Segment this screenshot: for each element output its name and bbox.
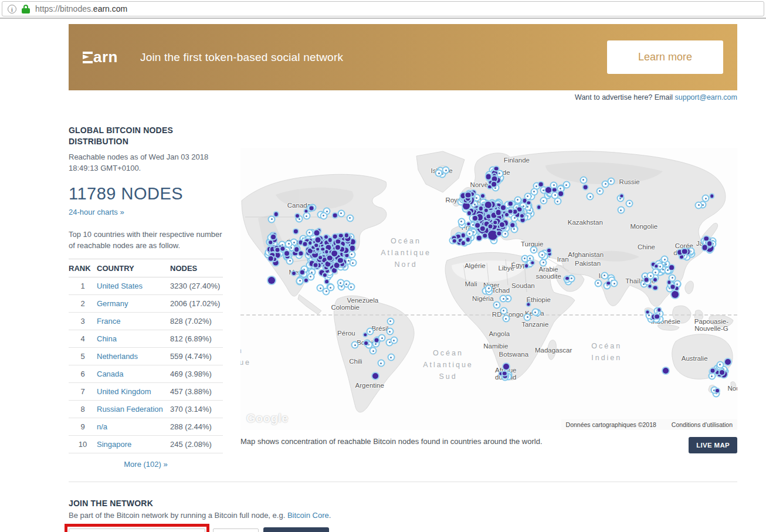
node-dot-purple — [309, 241, 312, 245]
learn-more-button[interactable]: Learn more — [607, 40, 723, 74]
node-dot-blue — [347, 283, 355, 291]
node-dot-purple — [680, 255, 683, 259]
join-network-section: JOIN THE NETWORK Be part of the Bitcoin … — [69, 499, 766, 532]
terms-link[interactable]: Conditions d'utilisation — [672, 421, 733, 428]
map-attribution: Données cartographiques ©2018 Conditions… — [561, 419, 737, 430]
node-dot-blue — [524, 313, 531, 321]
table-intro: Top 10 countries with their respective n… — [69, 229, 223, 252]
node-dot-purple — [704, 236, 709, 241]
nodes-cell: 559 (4.74%) — [170, 348, 223, 365]
node-dot-purple — [350, 239, 355, 245]
url-bar[interactable]: i https://bitnodes.earn.com — [2, 1, 764, 16]
node-dot-blue — [435, 170, 443, 177]
node-dot-blue — [500, 307, 507, 314]
node-dot-blue — [386, 328, 394, 336]
country-link[interactable]: Canada — [97, 370, 124, 378]
node-dot-blue — [306, 229, 313, 236]
node-dot-purple — [505, 213, 509, 216]
world-map[interactable]: IslandeNorvègeSuèdeFinlandeRussieCanadaR… — [240, 148, 737, 430]
node-dot-blue — [378, 334, 386, 342]
node-dot-blue — [661, 256, 669, 263]
support-email-link[interactable]: support@earn.com — [675, 93, 738, 101]
join-description: Be part of the Bitcoin network by runnin… — [69, 511, 766, 520]
node-dot-blue — [377, 360, 385, 367]
rank-cell: 6 — [69, 365, 97, 383]
node-cluster-blob — [372, 373, 378, 379]
map-copyright: Données cartographiques ©2018 — [566, 421, 656, 428]
earn-logo-icon — [83, 52, 93, 63]
check-node-button[interactable]: CHECK NODE — [263, 527, 329, 532]
rank-cell: 5 — [69, 348, 97, 365]
country-link[interactable]: United Kingdom — [97, 387, 151, 396]
country-cell: China — [97, 330, 170, 348]
country-link[interactable]: France — [97, 317, 120, 326]
url-text: https://bitnodes.earn.com — [35, 4, 127, 13]
table-row: 1United States3230 (27.40%) — [69, 277, 223, 295]
node-cluster-blob — [488, 231, 497, 240]
node-dot-purple — [331, 250, 337, 256]
node-dot-blue — [502, 315, 510, 323]
country-cell: United States — [97, 277, 170, 295]
google-logo[interactable]: Google — [246, 412, 289, 425]
node-dot-purple — [503, 371, 507, 375]
country-link[interactable]: Netherlands — [97, 352, 138, 361]
node-dot-purple — [325, 280, 328, 283]
node-dot-purple — [339, 233, 343, 238]
country-cell: n/a — [97, 418, 170, 436]
node-dot-purple — [565, 277, 569, 280]
country-cell: Canada — [97, 365, 170, 383]
port-input[interactable] — [213, 528, 259, 532]
column-header: COUNTRY — [97, 259, 170, 277]
node-dot-purple — [488, 185, 492, 189]
lock-icon[interactable] — [22, 5, 30, 13]
page-title: GLOBAL BITCOIN NODES DISTRIBUTION — [69, 125, 177, 147]
node-dot-purple — [314, 263, 318, 267]
node-dot-purple — [584, 185, 588, 189]
rank-cell: 10 — [69, 436, 97, 453]
ip-address-input[interactable] — [69, 528, 205, 532]
charts-link[interactable]: 24-hour charts » — [69, 208, 124, 216]
country-link[interactable]: United States — [97, 282, 143, 290]
node-dot-blue — [307, 273, 314, 280]
country-link[interactable]: Russian Federation — [97, 405, 163, 414]
timestamp: Reachable nodes as of Wed Jan 03 2018 18… — [69, 151, 230, 174]
node-dot-blue — [695, 201, 703, 209]
sidebar: GLOBAL BITCOIN NODES DISTRIBUTION Reacha… — [69, 125, 223, 469]
country-cell: Russian Federation — [97, 401, 170, 418]
banner-tagline: Join the first token-based social networ… — [140, 51, 343, 64]
table-header-row: RANKCOUNTRYNODES — [69, 259, 223, 277]
country-link[interactable]: China — [97, 334, 117, 343]
map-caption: Map shows concentration of reachable Bit… — [240, 437, 543, 446]
node-dot-blue — [579, 176, 587, 184]
section-divider — [69, 482, 737, 482]
node-dot-purple — [520, 214, 524, 218]
table-row: 2Germany2006 (17.02%) — [69, 295, 223, 313]
country-link[interactable]: n/a — [97, 422, 107, 431]
map-column: IslandeNorvègeSuèdeFinlandeRussieCanadaR… — [240, 125, 737, 469]
info-icon[interactable]: i — [8, 5, 16, 13]
node-dot-blue — [346, 214, 354, 222]
node-dot-blue — [587, 193, 594, 201]
check-node-form: CHECK NODE — [69, 527, 766, 532]
table-row: 7United Kingdom457 (3.88%) — [69, 383, 223, 401]
node-dot-purple — [274, 212, 279, 216]
node-dot-purple — [720, 370, 724, 375]
node-dot-purple — [521, 218, 525, 222]
bitcoin-core-link[interactable]: Bitcoin Core — [287, 511, 329, 520]
table-row: 5Netherlands559 (4.74%) — [69, 348, 223, 365]
more-countries-link[interactable]: More (102) » — [69, 460, 223, 469]
live-map-button[interactable]: LIVE MAP — [689, 437, 737, 453]
country-cell: Netherlands — [97, 348, 170, 365]
node-dot-purple — [702, 245, 707, 250]
node-dot-purple — [316, 248, 320, 251]
node-dot-purple — [271, 235, 276, 239]
node-cluster-blob — [463, 202, 470, 209]
node-dot-purple — [501, 205, 506, 210]
country-cell: Singapore — [97, 436, 170, 453]
screen: i https://bitnodes.earn.com arn Join the… — [0, 0, 766, 532]
country-link[interactable]: Germany — [97, 299, 128, 308]
node-dot-purple — [716, 389, 720, 392]
node-dot-purple — [481, 194, 484, 198]
country-link[interactable]: Singapore — [97, 440, 131, 449]
node-dot-blue — [500, 295, 507, 303]
